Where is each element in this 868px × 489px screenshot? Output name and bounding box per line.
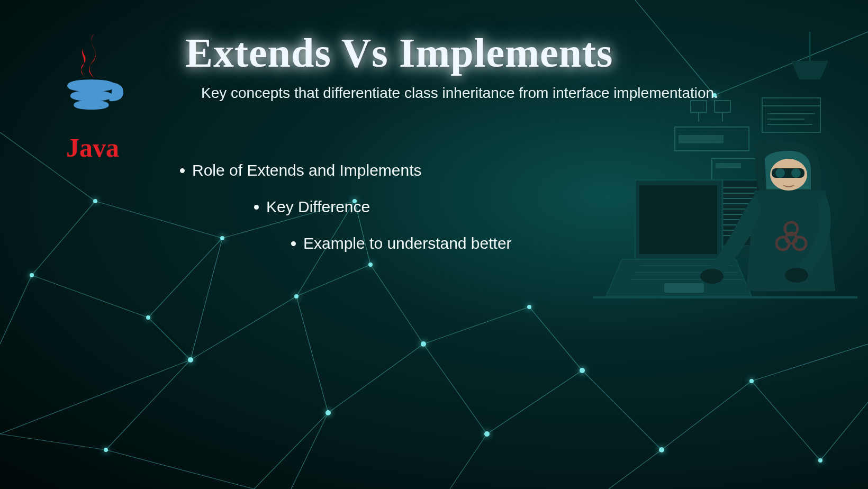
bullet-text: Role of Extends and Implements xyxy=(192,161,422,179)
svg-line-26 xyxy=(0,434,106,450)
svg-line-17 xyxy=(487,370,582,434)
svg-line-27 xyxy=(254,413,328,489)
lamp-icon xyxy=(791,32,828,79)
svg-rect-58 xyxy=(715,101,730,112)
svg-rect-69 xyxy=(716,163,741,168)
svg-line-10 xyxy=(191,296,296,360)
svg-point-46 xyxy=(484,431,490,437)
page-title: Extends Vs Implements xyxy=(185,29,613,77)
svg-line-19 xyxy=(582,370,662,450)
java-logo: Java xyxy=(50,32,135,164)
svg-point-89 xyxy=(775,168,785,178)
svg-line-20 xyxy=(529,307,582,370)
svg-point-43 xyxy=(326,410,331,415)
bullet-icon xyxy=(180,168,185,173)
svg-line-21 xyxy=(662,381,752,450)
svg-point-41 xyxy=(294,294,299,298)
svg-rect-57 xyxy=(691,101,707,112)
svg-rect-63 xyxy=(762,98,820,132)
svg-rect-62 xyxy=(679,135,724,143)
svg-line-23 xyxy=(752,381,820,460)
svg-line-13 xyxy=(328,344,423,413)
bullet-icon xyxy=(291,241,296,246)
svg-line-3 xyxy=(32,275,148,318)
svg-line-18 xyxy=(450,434,487,489)
svg-point-39 xyxy=(188,357,193,363)
svg-line-25 xyxy=(820,402,868,460)
svg-point-95 xyxy=(700,269,724,284)
svg-line-1 xyxy=(32,201,95,275)
svg-point-90 xyxy=(791,168,801,178)
page-subtitle: Key concepts that differentiate class in… xyxy=(201,85,718,102)
bullet-text: Example to understand better xyxy=(303,234,512,252)
svg-point-37 xyxy=(146,315,150,320)
hacker-illustration xyxy=(582,32,868,349)
svg-point-48 xyxy=(580,368,585,373)
svg-point-35 xyxy=(93,199,97,203)
svg-rect-86 xyxy=(664,283,704,293)
svg-line-28 xyxy=(423,307,529,344)
svg-line-2 xyxy=(0,275,32,344)
svg-point-55 xyxy=(75,102,107,108)
bullet-item: Role of Extends and Implements xyxy=(180,161,512,179)
svg-line-12 xyxy=(296,296,328,413)
svg-point-47 xyxy=(527,305,531,309)
svg-line-15 xyxy=(423,344,487,434)
svg-line-7 xyxy=(0,360,191,434)
svg-point-45 xyxy=(421,341,426,347)
bullet-icon xyxy=(254,205,259,210)
svg-point-51 xyxy=(818,458,822,463)
svg-point-49 xyxy=(659,447,664,452)
bullet-list: Role of Extends and Implements Key Diffe… xyxy=(180,161,512,271)
svg-point-50 xyxy=(749,379,754,383)
svg-point-53 xyxy=(69,82,113,90)
svg-point-54 xyxy=(72,92,111,99)
svg-point-36 xyxy=(30,273,34,277)
svg-line-16 xyxy=(370,265,423,344)
svg-line-8 xyxy=(106,360,191,450)
svg-line-22 xyxy=(609,450,662,489)
java-logo-text: Java xyxy=(66,132,119,163)
bullet-text: Key Difference xyxy=(266,198,370,216)
svg-line-24 xyxy=(752,344,868,381)
bullet-item: Key Difference xyxy=(254,198,512,216)
svg-point-96 xyxy=(785,268,808,283)
svg-line-9 xyxy=(106,450,254,489)
svg-line-6 xyxy=(148,318,191,360)
bullet-item: Example to understand better xyxy=(291,234,512,252)
svg-point-40 xyxy=(104,448,108,452)
svg-line-14 xyxy=(291,413,328,489)
